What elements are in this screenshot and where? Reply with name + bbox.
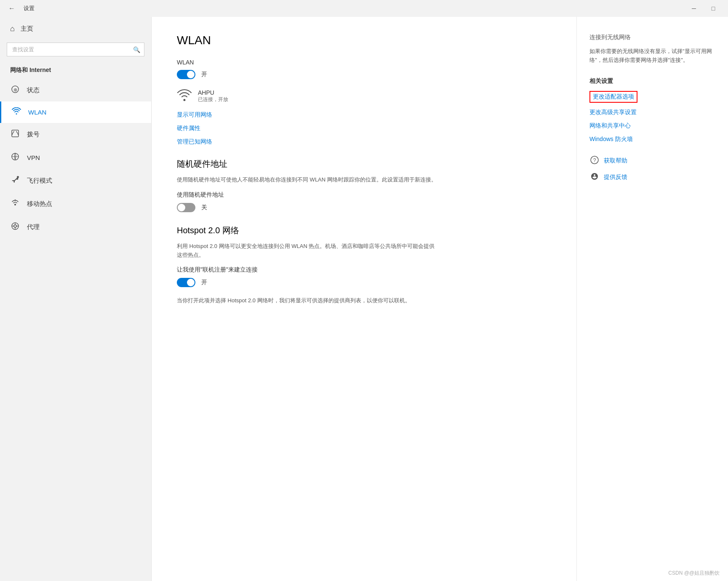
random-mac-toggle[interactable]	[177, 203, 195, 212]
get-help-item[interactable]: ? 获取帮助	[589, 156, 715, 166]
help-section: ? 获取帮助 提供反馈	[589, 156, 715, 183]
app-body: ⌂ 主页 🔍 网络和 Internet ⊕ 状态	[0, 17, 728, 581]
sidebar-item-status[interactable]: ⊕ 状态	[0, 79, 151, 101]
firewall-link[interactable]: Windows 防火墙	[589, 136, 715, 143]
sidebar-home-label: 主页	[21, 25, 33, 33]
feedback-item[interactable]: 提供反馈	[589, 172, 715, 183]
sidebar-item-wlan-label: WLAN	[28, 109, 46, 116]
sidebar-item-status-label: 状态	[27, 86, 40, 94]
random-mac-toggle-label: 关	[201, 204, 207, 211]
sidebar-item-dialup-label: 拨号	[27, 131, 40, 139]
hotspot-toggle-state-label: 开	[201, 279, 207, 286]
search-icon: 🔍	[133, 46, 140, 53]
sidebar-home-item[interactable]: ⌂ 主页	[0, 17, 151, 41]
wifi-network-row: AHPU 已连接，开放	[177, 88, 551, 104]
network-sharing-center-link[interactable]: 网络和共享中心	[589, 122, 715, 130]
titlebar-left: ← 设置	[5, 1, 35, 16]
feedback-label: 提供反馈	[604, 173, 627, 181]
wlan-toggle-row: 开	[177, 70, 551, 79]
wifi-connected-icon	[177, 88, 192, 104]
back-button[interactable]: ←	[5, 1, 19, 16]
random-mac-desc: 使用随机硬件地址可使他人不能轻易地在你连接到不同 WLAN 网络时跟踪你的位置。…	[177, 176, 438, 184]
sidebar-item-vpn-label: VPN	[27, 154, 40, 161]
sidebar-item-proxy-label: 代理	[27, 223, 40, 231]
sidebar-item-hotspot-label: 移动热点	[27, 200, 52, 208]
connect-section-title: 连接到无线网络	[589, 34, 715, 41]
sidebar-item-proxy[interactable]: 代理	[0, 216, 151, 239]
wlan-icon	[11, 107, 21, 117]
vpn-icon	[10, 152, 20, 163]
get-help-label: 获取帮助	[604, 157, 627, 165]
hotspot-toggle-row: 开	[177, 278, 551, 287]
network-sharing-center-link-text: 网络和共享中心	[589, 122, 631, 130]
wlan-toggle-label: 开	[201, 71, 207, 78]
watermark: CSDN @@姑且独酌饮	[668, 570, 720, 577]
sidebar-item-airplane[interactable]: 飞行模式	[0, 169, 151, 192]
restore-button[interactable]: □	[704, 0, 723, 17]
sidebar-item-hotspot[interactable]: 移动热点	[0, 192, 151, 216]
svg-text:⊕: ⊕	[13, 87, 17, 92]
hotspot-heading: Hotspot 2.0 网络	[177, 225, 551, 236]
random-mac-label: 使用随机硬件地址	[177, 191, 551, 199]
wifi-status: 已连接，开放	[198, 96, 228, 103]
sidebar-item-airplane-label: 飞行模式	[27, 177, 52, 185]
random-mac-toggle-row: 关	[177, 203, 551, 212]
home-icon: ⌂	[10, 24, 15, 33]
show-networks-link[interactable]: 显示可用网络	[177, 111, 551, 119]
wlan-section-label: WLAN	[177, 59, 551, 66]
sidebar-section-title: 网络和 Internet	[0, 63, 151, 77]
sidebar-item-dialup[interactable]: 拨号	[0, 123, 151, 146]
advanced-sharing-link[interactable]: 更改高级共享设置	[589, 109, 715, 116]
sidebar-search-container: 🔍	[7, 43, 144, 56]
svg-point-5	[14, 225, 16, 227]
main-content: WLAN WLAN 开 AHPU 已连接，开放 显示可用网络 硬件属性 管	[152, 17, 576, 581]
sidebar: ⌂ 主页 🔍 网络和 Internet ⊕ 状态	[0, 17, 152, 581]
wlan-toggle[interactable]	[177, 70, 195, 79]
advanced-sharing-link-text: 更改高级共享设置	[589, 109, 637, 116]
hotspot-icon	[10, 198, 20, 210]
hotspot-footer-desc: 当你打开此项并选择 Hotspot 2.0 网络时，我们将显示可供选择的提供商列…	[177, 296, 438, 305]
titlebar: ← 设置 ─ □	[0, 0, 728, 17]
search-input[interactable]	[7, 43, 144, 56]
svg-point-3	[14, 204, 16, 205]
related-settings-title: 相关设置	[589, 77, 715, 85]
hotspot-desc: 利用 Hotspot 2.0 网络可以更安全地连接到公用 WLAN 热点。机场、…	[177, 242, 438, 260]
sidebar-item-vpn[interactable]: VPN	[0, 146, 151, 169]
get-help-icon: ?	[589, 156, 600, 166]
titlebar-controls: ─ □	[684, 0, 723, 17]
feedback-icon	[589, 172, 600, 183]
adapter-options-link-text: 更改适配器选项	[593, 93, 634, 101]
random-mac-heading: 随机硬件地址	[177, 158, 551, 170]
sidebar-item-wlan[interactable]: WLAN	[0, 101, 151, 123]
hardware-props-link[interactable]: 硬件属性	[177, 125, 551, 132]
airplane-icon	[10, 175, 20, 187]
adapter-options-link[interactable]: 更改适配器选项	[589, 91, 637, 103]
manage-known-link[interactable]: 管理已知网络	[177, 138, 551, 146]
random-mac-toggle-knob	[178, 204, 185, 211]
hotspot-toggle-label: 让我使用"联机注册"来建立连接	[177, 266, 551, 274]
proxy-icon	[10, 221, 20, 233]
minimize-button[interactable]: ─	[684, 0, 704, 17]
firewall-link-text: Windows 防火墙	[589, 136, 633, 143]
hotspot-toggle-knob	[187, 279, 195, 286]
hotspot-toggle[interactable]	[177, 278, 195, 287]
svg-text:?: ?	[593, 157, 596, 163]
wifi-info: AHPU 已连接，开放	[198, 89, 228, 103]
wifi-name: AHPU	[198, 89, 228, 96]
wlan-toggle-knob	[187, 71, 195, 78]
connect-desc: 如果你需要的无线网络没有显示，试择"显示可用网络"，然后选择你需要网络并选择"连…	[589, 47, 715, 65]
titlebar-title: 设置	[24, 5, 35, 12]
dialup-icon	[10, 129, 20, 140]
page-title: WLAN	[177, 34, 551, 47]
right-panel: 连接到无线网络 如果你需要的无线网络没有显示，试择"显示可用网络"，然后选择你需…	[576, 17, 728, 581]
status-icon: ⊕	[10, 85, 20, 96]
